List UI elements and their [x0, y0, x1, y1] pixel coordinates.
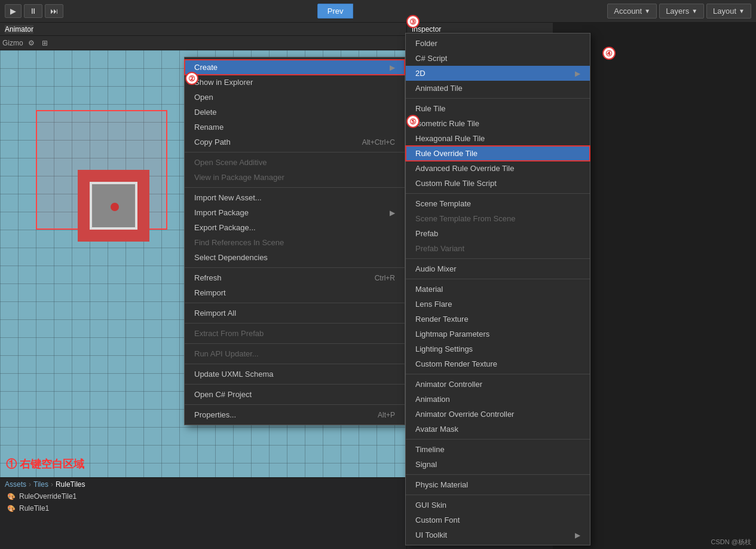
menu-view-package: View in Package Manager	[185, 170, 405, 185]
submenu-signal[interactable]: Signal	[406, 457, 590, 472]
animator-tab[interactable]: Animator	[5, 25, 33, 33]
sub-sep-5	[406, 374, 590, 374]
menu-open-label: Open	[194, 93, 213, 102]
submenu-lens-flare-label: Lens Flare	[415, 300, 452, 309]
sub-sep-3	[406, 258, 590, 259]
menu-show-explorer[interactable]: Show in Explorer	[185, 75, 405, 90]
menu-refresh[interactable]: Refresh Ctrl+R	[185, 270, 405, 285]
submenu-2d[interactable]: 2D ▶	[406, 66, 590, 81]
menu-export-package[interactable]: Export Package...	[185, 220, 405, 235]
csdn-watermark: CSDN @杨枝	[711, 538, 751, 547]
play-button[interactable]: ▶	[5, 4, 22, 18]
breadcrumb-tiles[interactable]: Tiles	[33, 480, 48, 489]
breadcrumb-sep2: ›	[51, 480, 53, 489]
submenu-audio-mixer[interactable]: Audio Mixer	[406, 261, 590, 276]
tile-center-dot	[111, 203, 119, 211]
submenu-lens-flare[interactable]: Lens Flare	[406, 297, 590, 312]
menu-select-dep-label: Select Dependencies	[194, 253, 268, 262]
menu-import-package-label: Import Package	[194, 208, 249, 217]
layers-label: Layers	[666, 7, 689, 16]
submenu-render-texture[interactable]: Render Texture	[406, 312, 590, 327]
scene-view-icon[interactable]: ⊞	[39, 38, 50, 48]
file-item-rule-override[interactable]: 🎨 RuleOverrideTile1	[5, 491, 402, 502]
submenu-folder-label: Folder	[415, 39, 437, 48]
submenu-custom-font-label: Custom Font	[415, 516, 460, 524]
menu-extract-prefab: Extract From Prefab	[185, 326, 405, 341]
submenu-lighting-settings[interactable]: Lighting Settings	[406, 341, 590, 356]
account-dropdown[interactable]: Account ▼	[607, 4, 657, 19]
submenu-prefab[interactable]: Prefab	[406, 226, 590, 241]
account-arrow-icon: ▼	[644, 8, 650, 14]
layout-dropdown[interactable]: Layout ▼	[706, 4, 751, 19]
submenu-animated-tile[interactable]: Animated Tile	[406, 81, 590, 96]
menu-update-uxml[interactable]: Update UXML Schema	[185, 367, 405, 382]
layers-arrow-icon: ▼	[691, 8, 697, 14]
menu-import-new-asset[interactable]: Import New Asset...	[185, 190, 405, 205]
submenu-scene-template-from-label: Scene Template From Scene	[415, 214, 515, 223]
submenu-gui-skin-label: GUI Skin	[415, 501, 446, 510]
submenu-hexagonal-rule-tile[interactable]: Hexagonal Rule Tile	[406, 131, 590, 146]
scene-settings-icon[interactable]: ⚙	[26, 38, 37, 48]
submenu-scene-template[interactable]: Scene Template	[406, 196, 590, 211]
submenu-animator-override[interactable]: Animator Override Controller	[406, 407, 590, 422]
submenu-advanced-rule-label: Advanced Rule Override Tile	[415, 164, 514, 173]
context-menu-primary: Create ▶ Show in Explorer Open Delete Re…	[184, 57, 405, 425]
menu-open[interactable]: Open	[185, 90, 405, 105]
submenu-custom-render-texture[interactable]: Custom Render Texture	[406, 356, 590, 371]
menu-copy-path[interactable]: Copy Path Alt+Ctrl+C	[185, 135, 405, 150]
menu-open-scene-label: Open Scene Additive	[194, 158, 267, 167]
breadcrumb-ruletiles[interactable]: RuleTiles	[56, 480, 85, 489]
submenu-custom-font[interactable]: Custom Font	[406, 513, 590, 527]
breadcrumb-assets[interactable]: Assets	[5, 480, 26, 489]
breadcrumb-sep1: ›	[29, 480, 31, 489]
layers-dropdown[interactable]: Layers ▼	[659, 4, 704, 19]
annotation-label: ① 右键空白区域	[6, 457, 84, 471]
submenu-lightmap-params[interactable]: Lightmap Parameters	[406, 327, 590, 341]
menu-copy-path-shortcut: Alt+Ctrl+C	[362, 138, 395, 147]
submenu-custom-rule-tile[interactable]: Custom Rule Tile Script	[406, 176, 590, 191]
submenu-rule-tile-label: Rule Tile	[415, 104, 446, 113]
submenu-material[interactable]: Material	[406, 282, 590, 297]
submenu-folder[interactable]: Folder	[406, 36, 590, 51]
submenu-gui-skin[interactable]: GUI Skin	[406, 498, 590, 513]
submenu-avatar-mask[interactable]: Avatar Mask	[406, 422, 590, 437]
menu-properties-shortcut: Alt+P	[378, 411, 395, 419]
submenu-ui-toolkit[interactable]: UI Toolkit ▶	[406, 527, 590, 542]
menu-reimport-all[interactable]: Reimport All	[185, 306, 405, 321]
step-button[interactable]: ⏭	[45, 4, 63, 18]
submenu-timeline[interactable]: Timeline	[406, 442, 590, 457]
menu-delete[interactable]: Delete	[185, 105, 405, 120]
menu-import-package[interactable]: Import Package ▶	[185, 205, 405, 220]
submenu-prefab-variant: Prefab Variant	[406, 241, 590, 256]
menu-refresh-shortcut: Ctrl+R	[375, 274, 395, 282]
submenu-physic-material[interactable]: Physic Material	[406, 477, 590, 492]
submenu-csharp-script[interactable]: C# Script	[406, 51, 590, 66]
pause-button[interactable]: ⏸	[24, 4, 42, 18]
submenu-physic-label: Physic Material	[415, 480, 468, 489]
menu-properties[interactable]: Properties... Alt+P	[185, 407, 405, 422]
submenu-advanced-rule-override[interactable]: Advanced Rule Override Tile	[406, 161, 590, 176]
menu-rename[interactable]: Rename	[185, 120, 405, 135]
submenu-animation[interactable]: Animation	[406, 392, 590, 407]
submenu-scene-template-label: Scene Template	[415, 199, 471, 208]
menu-open-csharp-label: Open C# Project	[194, 390, 252, 399]
file-item-rule-tile[interactable]: 🎨 RuleTile1	[5, 503, 402, 514]
menu-refresh-label: Refresh	[194, 273, 222, 282]
menu-select-dependencies[interactable]: Select Dependencies	[185, 250, 405, 265]
menu-reimport[interactable]: Reimport	[185, 285, 405, 300]
menu-create[interactable]: Create ▶	[185, 60, 405, 75]
separator-3	[185, 267, 405, 268]
submenu-animator-controller[interactable]: Animator Controller	[406, 377, 590, 392]
sub-sep-1	[406, 98, 590, 99]
menu-reimport-label: Reimport	[194, 288, 226, 297]
submenu-isometric-rule-tile[interactable]: Isometric Rule Tile	[406, 116, 590, 131]
badge-2: ②	[185, 72, 198, 85]
menu-copy-path-label: Copy Path	[194, 138, 231, 147]
sub-sep-4	[406, 279, 590, 279]
submenu-rule-tile[interactable]: Rule Tile	[406, 101, 590, 116]
file-icon-2: 🎨	[7, 505, 16, 513]
submenu-rule-override-tile[interactable]: Rule Override Tile	[406, 146, 590, 161]
submenu-animation-label: Animation	[415, 395, 450, 404]
prev-button[interactable]: Prev	[317, 4, 354, 19]
menu-open-csharp[interactable]: Open C# Project	[185, 387, 405, 402]
